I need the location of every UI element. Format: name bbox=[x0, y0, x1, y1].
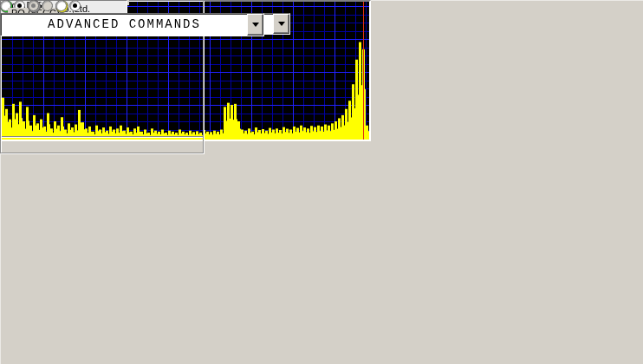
dropdown-arrow-icon[interactable] bbox=[273, 14, 289, 34]
dropdown-arrow-icon[interactable] bbox=[247, 14, 263, 36]
advanced-commands-select[interactable]: ADVANCED COMMANDS bbox=[0, 13, 264, 36]
disc-quality-scan-window: 640 480 320 160 16x 12x 8x 4x 640 480 32… bbox=[0, 0, 643, 364]
